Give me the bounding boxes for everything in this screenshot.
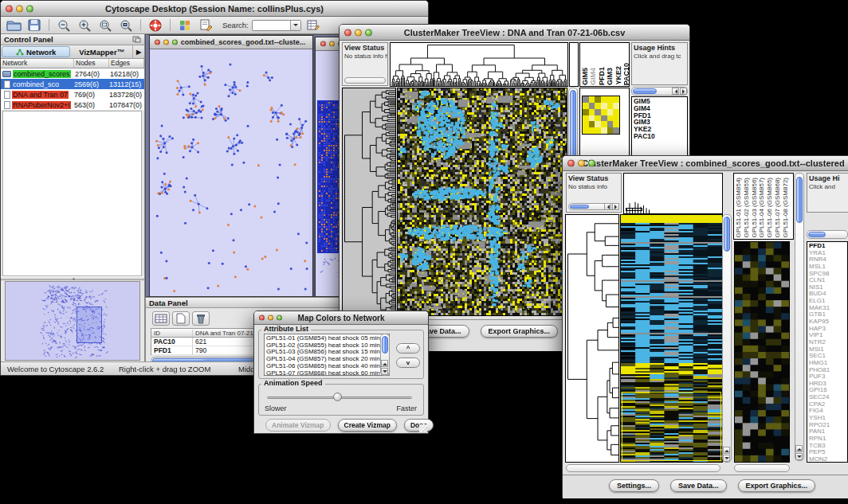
dialog-button[interactable]: Create Vizmap: [338, 419, 397, 432]
treeview2-selection-heatmap[interactable]: [734, 241, 790, 463]
treeview1-row-dendrogram[interactable]: [342, 88, 396, 316]
gene-label[interactable]: BUD4: [809, 291, 847, 298]
close-button[interactable]: [259, 315, 265, 321]
close-button[interactable]: [344, 29, 351, 36]
tab-network[interactable]: Network: [2, 46, 70, 57]
column-label[interactable]: GPL51-04 (GSM857): [759, 178, 766, 238]
network-row[interactable]: RNAPuberNov2+I 563(0) 107847(0): [1, 100, 144, 110]
zoom-out-icon[interactable]: [55, 18, 73, 33]
column-label[interactable]: GPL51-01 (GSM854): [736, 178, 743, 238]
treeview1-top-scroll-gutter[interactable]: [569, 42, 579, 87]
treeview2-bottom-hscrollbar-2[interactable]: [734, 464, 790, 472]
search-input[interactable]: [252, 20, 301, 31]
move-down-button[interactable]: v: [396, 357, 420, 368]
close-button[interactable]: [155, 40, 160, 45]
column-label[interactable]: GIM4: [590, 68, 597, 85]
search-value[interactable]: [253, 21, 290, 30]
column-nodes[interactable]: Nodes: [74, 59, 109, 68]
treeview1-mini-heatmap[interactable]: [582, 96, 620, 135]
treeview2-bottom-hscrollbar[interactable]: [566, 464, 720, 472]
gene-label[interactable]: PHO81: [809, 367, 847, 374]
zoom-fit-icon[interactable]: [96, 18, 114, 33]
scrollbar-thumb[interactable]: [633, 88, 657, 94]
cytoscape-titlebar[interactable]: Cytoscape Desktop (Session Name: collins…: [1, 1, 428, 17]
gene-label[interactable]: VIP1: [809, 332, 847, 339]
tab-vizmapper[interactable]: VizMapper™: [71, 45, 132, 58]
zoom-button[interactable]: [26, 5, 33, 12]
view-status-scrollbar[interactable]: [568, 203, 619, 210]
zoom-button[interactable]: [277, 315, 282, 321]
gene-label[interactable]: GPI16: [809, 387, 847, 394]
gene-label[interactable]: MSI1: [809, 346, 847, 354]
birdseye-canvas[interactable]: [5, 281, 140, 361]
column-label[interactable]: PAC10: [623, 63, 630, 85]
minimize-button[interactable]: [355, 29, 362, 36]
search-dropdown-button[interactable]: [290, 21, 300, 30]
attribute-editor-icon[interactable]: [304, 18, 322, 33]
treeview1-heatmap[interactable]: [397, 88, 567, 316]
plugin-grid-icon[interactable]: [176, 18, 194, 33]
scrollbar-thumb[interactable]: [382, 336, 388, 354]
gene-label[interactable]: KAP95: [809, 318, 847, 326]
table-icon[interactable]: [152, 311, 170, 326]
gene-label[interactable]: SPC98: [809, 271, 847, 278]
gene-label[interactable]: MAK31: [809, 305, 847, 312]
gene-label[interactable]: MSL1: [809, 264, 847, 271]
close-button[interactable]: [567, 160, 575, 167]
gene-label[interactable]: HAP3: [809, 326, 847, 333]
annotation-icon[interactable]: [197, 18, 214, 33]
float-panel-icon[interactable]: [132, 36, 141, 43]
open-file-button[interactable]: [5, 18, 22, 33]
column-label[interactable]: GIM5: [582, 68, 589, 85]
treeview2-row-dendrogram[interactable]: [565, 214, 619, 463]
new-document-icon[interactable]: [172, 311, 190, 326]
gene-label[interactable]: CLN1: [809, 277, 847, 284]
zoom-button[interactable]: [588, 160, 595, 167]
gene-label[interactable]: TCB3: [809, 443, 847, 450]
gene-label[interactable]: FIG4: [809, 408, 847, 415]
treeview1-button[interactable]: Export Graphics...: [481, 325, 559, 338]
help-lifering-icon[interactable]: [147, 18, 164, 33]
tab-overflow-button[interactable]: ▶: [132, 45, 144, 58]
column-label[interactable]: YKE2: [615, 66, 622, 85]
minimize-button[interactable]: [16, 5, 23, 12]
network-row[interactable]: DNA and Tran 07 769(0) 183728(0): [1, 89, 144, 100]
treeview1-right-hscrollbar[interactable]: [631, 87, 688, 96]
gene-label[interactable]: ELG1: [809, 298, 847, 305]
birdseye-view[interactable]: [5, 281, 140, 361]
minimize-button[interactable]: [163, 40, 169, 45]
zoom-button[interactable]: [172, 40, 178, 45]
dialog-titlebar[interactable]: Map Colors to Network: [254, 311, 428, 325]
minimize-button[interactable]: [268, 315, 273, 321]
zoom-selected-icon[interactable]: [117, 18, 135, 33]
scrollbar-thumb[interactable]: [808, 232, 826, 237]
column-label[interactable]: GPL51-08 (GSM872): [783, 178, 790, 238]
save-button[interactable]: [26, 18, 43, 33]
gene-label[interactable]: PFD1: [809, 243, 847, 250]
column-network[interactable]: Network: [1, 59, 74, 68]
network-row[interactable]: combined_scores 2764(0) 16218(0): [1, 68, 144, 79]
row-label[interactable]: PAC10: [634, 133, 687, 140]
trash-icon[interactable]: [192, 311, 210, 326]
attribute-list-scrollbar[interactable]: [380, 334, 390, 376]
treeview2-heatmap[interactable]: [620, 214, 723, 463]
scrollbar-thumb[interactable]: [570, 205, 589, 209]
scrollbar-thumb[interactable]: [724, 217, 730, 252]
gene-label[interactable]: SEC1: [809, 353, 847, 360]
gene-label[interactable]: CPA2: [809, 401, 847, 408]
minimize-button[interactable]: [578, 160, 585, 167]
gene-label[interactable]: RPN1: [809, 436, 847, 443]
gene-label[interactable]: NIS1: [809, 284, 847, 291]
column-label[interactable]: GPL51-07 (GSM868): [775, 178, 782, 238]
treeview2-button[interactable]: Export Graphics...: [738, 479, 816, 492]
network-graph-canvas[interactable]: [150, 49, 312, 296]
dialog-button[interactable]: Animate Vizmap: [265, 419, 331, 432]
gene-label[interactable]: YRA1: [809, 250, 847, 257]
zoom-button[interactable]: [365, 29, 372, 36]
treeview2-titlebar[interactable]: ClusterMaker TreeView : combined_scores_…: [563, 156, 848, 171]
slider-thumb[interactable]: [333, 393, 342, 401]
network-view-titlebar[interactable]: combined_scores_good.txt--cluste...: [150, 36, 312, 49]
treeview2-genes-hscrollbar[interactable]: [807, 230, 848, 239]
gene-label[interactable]: HMG1: [809, 360, 847, 367]
column-label[interactable]: GIM3: [607, 68, 614, 85]
